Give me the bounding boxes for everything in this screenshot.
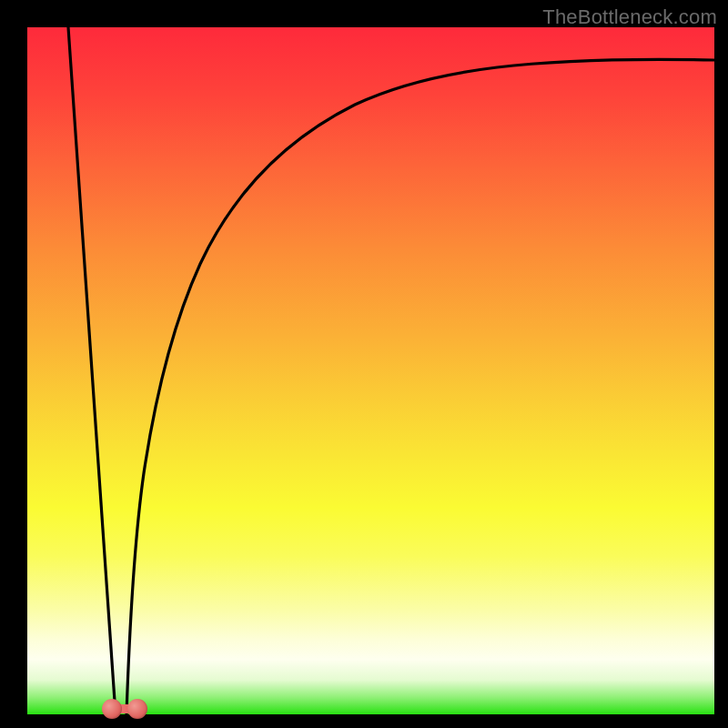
- chart-frame: TheBottleneck.com: [0, 0, 728, 728]
- watermark-text: TheBottleneck.com: [542, 5, 717, 29]
- range-slider-handle-right[interactable]: [127, 699, 147, 719]
- curve-right-branch: [126, 59, 714, 714]
- bottleneck-curve: [27, 27, 714, 714]
- curve-left-branch: [68, 27, 116, 714]
- range-slider-handle-left[interactable]: [102, 699, 122, 719]
